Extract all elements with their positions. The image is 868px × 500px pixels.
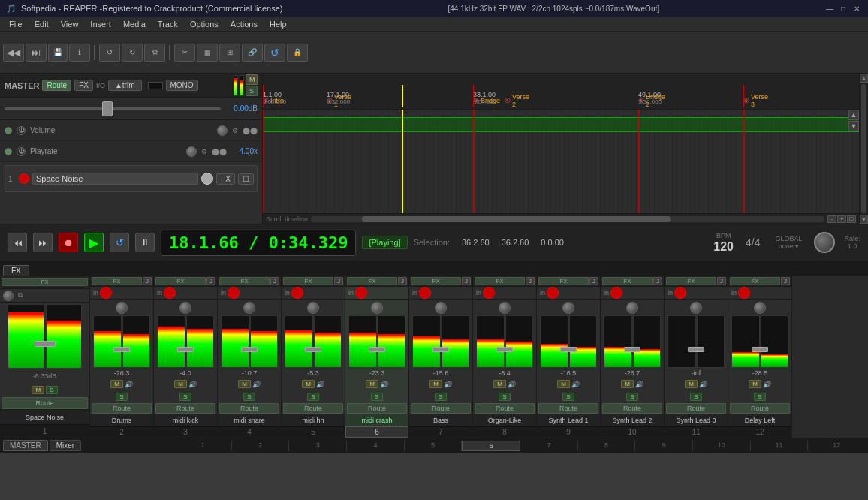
ch3-s-button[interactable]: S	[179, 393, 191, 401]
menu-file[interactable]: File	[3, 17, 29, 32]
ch12-number[interactable]: 12	[728, 426, 791, 438]
go-end-button[interactable]: ⏭	[33, 233, 53, 252]
ch11-m-button[interactable]: M	[685, 380, 698, 388]
volume-knob[interactable]	[217, 125, 228, 136]
master-s-button[interactable]: S	[246, 86, 258, 96]
ch2-s-button[interactable]: S	[116, 393, 127, 401]
ch7-s-button[interactable]: S	[435, 393, 446, 401]
ch12-route-button[interactable]: Route	[730, 403, 790, 414]
toolbar-info-btn[interactable]: ℹ	[69, 44, 90, 62]
ch8-pan-knob[interactable]	[499, 302, 511, 314]
rate-knob[interactable]	[814, 232, 835, 253]
ch2-fx-button[interactable]: FX	[92, 277, 142, 285]
go-start-button[interactable]: ⏮	[8, 233, 27, 252]
ch7-number[interactable]: 7	[409, 426, 472, 438]
maximize-button[interactable]: □	[838, 3, 848, 14]
master-ch-fader-handle[interactable]	[35, 341, 56, 347]
playrate-gear[interactable]: ⚙	[201, 148, 207, 155]
toolbar-redo-btn[interactable]: ↻	[122, 44, 143, 62]
ch7-fx-button[interactable]: FX	[411, 277, 461, 285]
playrate-knob[interactable]	[186, 146, 197, 157]
master-fx-button[interactable]: FX	[74, 80, 93, 91]
menu-actions[interactable]: Actions	[225, 17, 264, 32]
ch10-route-button[interactable]: Route	[602, 403, 662, 414]
volume-extra[interactable]: ⬤⬤	[243, 127, 258, 134]
menu-insert[interactable]: Insert	[84, 17, 117, 32]
zoom-in-button[interactable]: +	[837, 215, 846, 223]
ch8-fader-handle[interactable]	[496, 347, 513, 352]
h-scroll-thumb[interactable]	[362, 216, 670, 222]
menu-media[interactable]: Media	[117, 17, 152, 32]
ch10-pan-knob[interactable]	[626, 302, 638, 314]
toolbar-back-btn[interactable]: ◀◀	[3, 44, 24, 62]
ch7-m-button[interactable]: M	[429, 380, 442, 388]
ch4-pan-knob[interactable]	[243, 302, 255, 314]
ch5-route-button[interactable]: Route	[283, 403, 343, 414]
ch5-record-button[interactable]	[291, 287, 303, 299]
volume-enable-circle[interactable]	[5, 127, 12, 134]
ch9-pan-knob[interactable]	[562, 302, 574, 314]
ch10-m-button[interactable]: M	[621, 380, 634, 388]
ch12-m-button[interactable]: M	[749, 380, 761, 388]
ch11-s-button[interactable]: S	[690, 393, 701, 401]
ch5-pan-knob[interactable]	[307, 302, 319, 314]
ch2-record-button[interactable]	[100, 287, 112, 299]
master-fader-handle[interactable]	[102, 101, 113, 116]
master-ch-m-button[interactable]: M	[32, 386, 44, 394]
ch10-speaker-icon[interactable]: 🔊	[635, 381, 643, 388]
ch11-pan-knob[interactable]	[690, 302, 702, 314]
ch6-record-button[interactable]	[355, 287, 367, 299]
track-1-record-button[interactable]	[19, 173, 29, 184]
ch10-fader-handle[interactable]	[624, 347, 640, 352]
ch6-number[interactable]: 6	[345, 426, 408, 438]
ch4-fx-button[interactable]: FX	[219, 277, 270, 285]
ch3-fx-button[interactable]: FX	[155, 277, 206, 285]
ch3-m-button[interactable]: M	[174, 380, 187, 388]
ch3-route-button[interactable]: Route	[155, 403, 215, 414]
ch4-number[interactable]: 4	[218, 426, 281, 438]
global-none[interactable]: none ▾	[779, 242, 800, 250]
ch6-speaker-icon[interactable]: 🔊	[380, 381, 388, 388]
vscroll-up-button[interactable]: ▲	[860, 74, 868, 83]
track-num-9[interactable]: 9	[635, 441, 693, 451]
ch9-record-button[interactable]	[547, 287, 559, 299]
ch11-number[interactable]: 11	[665, 426, 728, 438]
ch8-number[interactable]: 8	[473, 426, 536, 438]
vscroll-thumb[interactable]	[861, 84, 866, 213]
toolbar-grid-btn[interactable]: ⊞	[219, 44, 240, 62]
volume-gear[interactable]: ⚙	[232, 127, 238, 134]
ch7-speaker-icon[interactable]: 🔊	[444, 381, 452, 388]
master-route-button[interactable]: Route	[42, 80, 71, 91]
ch8-s-button[interactable]: S	[499, 393, 510, 401]
scroll-down-button[interactable]: ▼	[848, 121, 859, 131]
minimize-button[interactable]: —	[824, 3, 835, 14]
ch11-speaker-icon[interactable]: 🔊	[699, 381, 707, 388]
ch10-s-button[interactable]: S	[626, 393, 637, 401]
master-ch-pan-knob[interactable]	[3, 291, 14, 301]
menu-view[interactable]: View	[55, 17, 85, 32]
ch3-number[interactable]: 3	[154, 426, 217, 438]
ch9-fx-button[interactable]: FX	[538, 277, 589, 285]
toolbar-start-btn[interactable]: ⏭	[26, 44, 47, 62]
zoom-fit-button[interactable]: □	[847, 215, 856, 223]
play-button[interactable]: ▶	[84, 233, 104, 252]
track-num-10[interactable]: 10	[693, 441, 751, 451]
ch5-s-button[interactable]: S	[307, 393, 318, 401]
ch8-record-button[interactable]	[483, 287, 495, 299]
toolbar-snap-btn[interactable]: 🔗	[242, 44, 263, 62]
ch12-fader-handle[interactable]	[752, 347, 768, 352]
ch10-number[interactable]: 10	[601, 426, 664, 438]
playrate-extra[interactable]: ⬤⬤	[212, 148, 227, 155]
ch12-io-button[interactable]: J	[781, 277, 790, 285]
master-ch-route-button[interactable]: Route	[2, 397, 88, 409]
ch9-m-button[interactable]: M	[557, 380, 570, 388]
tracks-content[interactable]: ▲ ▼	[263, 110, 859, 213]
master-fader-track[interactable]	[5, 107, 221, 110]
ch3-io-button[interactable]: J	[206, 277, 215, 285]
ch9-fader-handle[interactable]	[560, 347, 577, 352]
track-num-8[interactable]: 8	[578, 441, 636, 451]
master-ch-s-button[interactable]: S	[46, 386, 57, 394]
close-button[interactable]: ✕	[851, 3, 862, 14]
master-ch-link[interactable]: ⧉	[15, 291, 26, 301]
time-signature[interactable]: 4/4	[746, 236, 760, 248]
